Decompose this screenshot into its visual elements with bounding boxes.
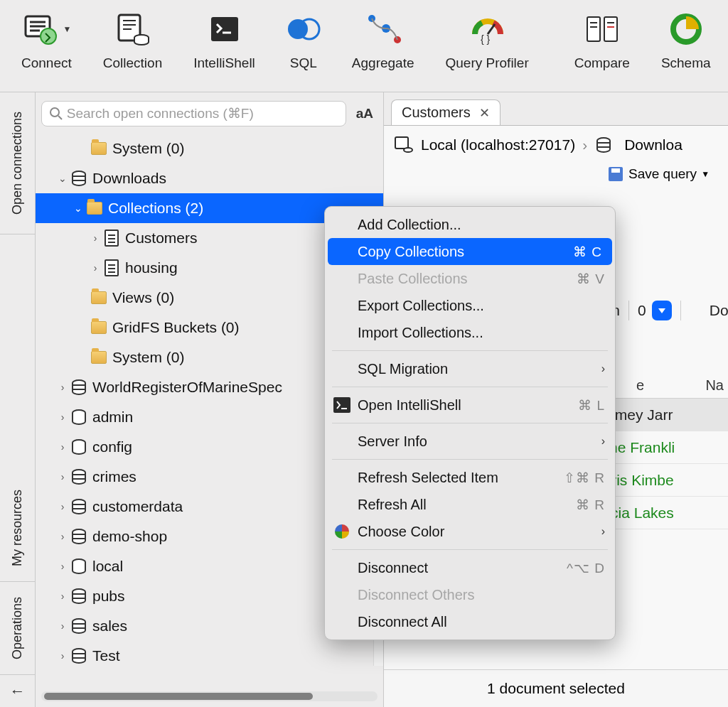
menu-item-label: Disconnect All — [358, 614, 447, 630]
tab-customers[interactable]: Customers ✕ — [391, 99, 500, 125]
close-icon[interactable]: ✕ — [479, 105, 490, 121]
menu-item[interactable]: Copy Collections⌘ C — [328, 238, 612, 265]
menu-item[interactable]: Refresh All⌘ R — [325, 491, 615, 518]
page-value: 0 — [638, 302, 646, 319]
tree-label: customerdata — [92, 498, 183, 515]
schema-icon — [670, 13, 702, 45]
terminal-icon — [332, 396, 352, 414]
search-box[interactable] — [41, 101, 346, 126]
menu-item[interactable]: Open IntelliShell⌘ L — [325, 392, 615, 419]
chevron-down-icon: ⌄ — [71, 203, 85, 214]
svg-rect-20 — [604, 17, 617, 41]
table-row[interactable]: . Lucia Lakes — [600, 497, 728, 529]
toolbar-query-profiler[interactable]: { } Query Profiler — [440, 7, 535, 71]
toolbar-compare[interactable]: Compare — [569, 7, 636, 71]
dropdown-icon[interactable]: ▼ — [701, 169, 710, 179]
search-input[interactable] — [67, 106, 338, 122]
menu-item[interactable]: Choose Color› — [325, 518, 615, 545]
connect-icon — [21, 12, 58, 46]
tree-label: housing — [125, 259, 178, 276]
chevron-right-icon: › — [88, 232, 102, 244]
chevron-right-icon: › — [55, 531, 70, 542]
side-tab-open-connections[interactable]: Open connections — [0, 92, 35, 234]
menu-shortcut: ^⌥ D — [567, 560, 605, 576]
menu-item: Paste Collections⌘ V — [325, 265, 615, 292]
save-query-button[interactable]: Save query — [628, 166, 697, 182]
database-icon — [72, 439, 86, 455]
tree-item-system[interactable]: System (0) — [36, 134, 383, 163]
main-toolbar: ▼ Connect Collection IntelliShell — [0, 0, 728, 92]
chevron-right-icon: › — [55, 471, 70, 482]
menu-item[interactable]: SQL Migration› — [325, 355, 615, 382]
toolbar-connect[interactable]: ▼ Connect — [16, 7, 77, 71]
case-toggle[interactable]: aA — [352, 106, 378, 122]
svg-rect-31 — [611, 168, 620, 173]
menu-separator — [332, 549, 608, 550]
toolbar-sql[interactable]: SQL — [281, 7, 326, 71]
svg-rect-28 — [395, 137, 408, 149]
database-icon — [72, 499, 86, 514]
menu-item[interactable]: Disconnect^⌥ D — [325, 554, 615, 581]
chevron-right-icon: › — [582, 136, 587, 153]
menu-item[interactable]: Refresh Selected Item⇧⌘ R — [325, 464, 615, 491]
page-selector[interactable]: 0 — [638, 301, 672, 320]
folder-icon — [91, 142, 107, 155]
scrollbar-horizontal[interactable] — [41, 691, 378, 701]
tree-label: local — [92, 558, 123, 575]
tree-label: pubs — [92, 588, 125, 605]
connection-icon — [394, 136, 414, 154]
menu-shortcut: ⌘ L — [578, 397, 605, 414]
side-tab-my-resources[interactable]: My resources — [0, 475, 35, 582]
connect-dropdown-icon[interactable]: ▼ — [63, 24, 71, 34]
side-tab-operations[interactable]: Operations — [0, 582, 35, 674]
toolbar-label: Collection — [103, 55, 162, 71]
terminal-icon — [208, 13, 241, 45]
menu-shortcut: ⌘ V — [577, 271, 605, 287]
dropdown-icon[interactable] — [652, 301, 672, 320]
side-tab-label: Open connections — [10, 100, 25, 226]
collection-icon — [114, 12, 151, 46]
menu-separator — [332, 350, 608, 351]
toolbar-aggregate[interactable]: Aggregate — [346, 7, 420, 71]
tree-item-downloads[interactable]: ⌄Downloads — [36, 163, 383, 193]
menu-separator — [332, 423, 608, 423]
menu-item[interactable]: Disconnect All — [325, 608, 615, 635]
toolbar-label: Schema — [661, 55, 711, 71]
toolbar-intellishell[interactable]: IntelliShell — [188, 7, 261, 71]
menu-item[interactable]: Server Info› — [325, 428, 615, 455]
search-row: aA — [36, 97, 383, 134]
table-row[interactable]: s. Kris Kimbe — [600, 464, 728, 497]
chevron-right-icon: › — [55, 590, 70, 602]
aggregate-icon — [365, 13, 402, 45]
tree-label: System (0) — [112, 349, 185, 366]
svg-rect-19 — [587, 17, 600, 41]
chevron-right-icon: › — [88, 262, 102, 274]
table-row[interactable]: Jeremey Jarr — [600, 399, 728, 431]
folder-icon — [91, 321, 107, 334]
tree-label: System (0) — [112, 140, 185, 157]
col-header[interactable]: Na — [705, 377, 724, 394]
database-icon — [72, 618, 86, 634]
menu-item: Disconnect Others — [325, 581, 615, 608]
breadcrumb-database[interactable]: Downloa — [624, 136, 682, 153]
breadcrumb-connection[interactable]: Local (localhost:27017) — [421, 136, 575, 153]
table-row[interactable]: Lynne Frankli — [600, 431, 728, 464]
chevron-right-icon: › — [601, 362, 605, 375]
back-button[interactable]: ← — [0, 674, 35, 707]
menu-item[interactable]: Add Collection... — [325, 211, 615, 238]
save-icon — [607, 166, 624, 183]
database-icon — [72, 648, 86, 664]
toolbar-schema[interactable]: Schema — [655, 7, 717, 71]
doc-label-cut: Doc — [710, 302, 728, 319]
menu-item-label: Disconnect — [358, 560, 428, 576]
menu-item[interactable]: Export Collections... — [325, 292, 615, 319]
chevron-right-icon: › — [55, 561, 70, 572]
tab-bar: Customers ✕ — [384, 97, 728, 125]
menu-item[interactable]: Import Collections... — [325, 319, 615, 346]
tree-item-test[interactable]: ›Test — [36, 641, 383, 671]
database-icon — [72, 409, 86, 425]
toolbar-collection[interactable]: Collection — [97, 7, 168, 71]
toolbar-label: IntelliShell — [193, 55, 255, 71]
menu-shortcut: ⌘ C — [573, 244, 602, 260]
tab-label: Customers — [402, 104, 471, 121]
